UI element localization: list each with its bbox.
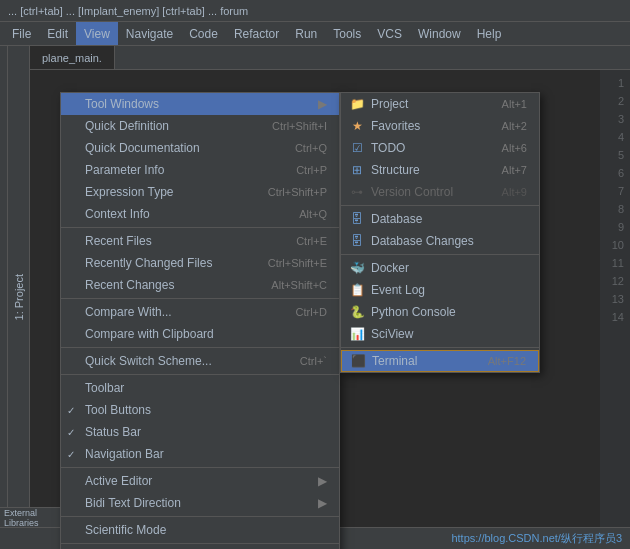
db-changes-icon: 🗄 (349, 234, 365, 248)
submenu-sep-1 (341, 205, 539, 206)
submenu-terminal-shortcut: Alt+F12 (488, 355, 526, 367)
menu-item-quick-switch[interactable]: Quick Switch Scheme... Ctrl+` (61, 350, 339, 372)
title-bar: ... [ctrl+tab] ... [Implant_enemy] [ctrl… (0, 0, 630, 22)
sci-icon: 📊 (349, 327, 365, 341)
submenu-vc-shortcut: Alt+9 (502, 186, 527, 198)
submenu-sep-3 (341, 347, 539, 348)
recently-changed-shortcut: Ctrl+Shift+E (268, 257, 327, 269)
menu-item-recently-changed[interactable]: Recently Changed Files Ctrl+Shift+E (61, 252, 339, 274)
menu-item-recent-changes[interactable]: Recent Changes Alt+Shift+C (61, 274, 339, 296)
submenu-sciview-label: SciView (371, 327, 527, 341)
status-bar-label: Status Bar (85, 425, 327, 439)
menu-item-recent-files[interactable]: Recent Files Ctrl+E (61, 230, 339, 252)
ctx-info-shortcut: Alt+Q (299, 208, 327, 220)
submenu-project[interactable]: 📁 Project Alt+1 (341, 93, 539, 115)
submenu-structure-shortcut: Alt+7 (502, 164, 527, 176)
compare-with-label: Compare With... (85, 305, 276, 319)
menu-item-expr-type[interactable]: Expression Type Ctrl+Shift+P (61, 181, 339, 203)
menu-item-scientific[interactable]: Scientific Mode (61, 519, 339, 541)
recently-changed-label: Recently Changed Files (85, 256, 248, 270)
menu-edit[interactable]: Edit (39, 22, 76, 45)
menu-view[interactable]: View (76, 22, 118, 45)
terminal-icon: ⬛ (350, 354, 366, 368)
view-menu-dropdown[interactable]: Tool Windows ▶ Quick Definition Ctrl+Shi… (60, 92, 340, 549)
menu-item-param-info[interactable]: Parameter Info Ctrl+P (61, 159, 339, 181)
menu-item-quick-doc[interactable]: Quick Documentation Ctrl+Q (61, 137, 339, 159)
menu-help[interactable]: Help (469, 22, 510, 45)
log-icon: 📋 (349, 283, 365, 297)
toolbar-label: Toolbar (85, 381, 327, 395)
submenu-terminal[interactable]: ⬛ Terminal Alt+F12 (341, 350, 539, 372)
submenu-sciview[interactable]: 📊 SciView (341, 323, 539, 345)
menu-vcs[interactable]: VCS (369, 22, 410, 45)
menu-item-ctx-info[interactable]: Context Info Alt+Q (61, 203, 339, 225)
python-icon: 🐍 (349, 305, 365, 319)
menu-item-quick-def[interactable]: Quick Definition Ctrl+Shift+I (61, 115, 339, 137)
quick-switch-label: Quick Switch Scheme... (85, 354, 280, 368)
submenu-event-log-label: Event Log (371, 283, 527, 297)
sep-7 (61, 543, 339, 544)
todo-icon: ☑ (349, 141, 365, 155)
compare-clipboard-label: Compare with Clipboard (85, 327, 327, 341)
submenu-docker[interactable]: 🐳 Docker (341, 257, 539, 279)
menu-refactor[interactable]: Refactor (226, 22, 287, 45)
menu-item-tool-windows[interactable]: Tool Windows ▶ (61, 93, 339, 115)
menu-item-nav-bar[interactable]: ✓ Navigation Bar (61, 443, 339, 465)
active-editor-arrow: ▶ (318, 474, 327, 488)
submenu-todo-label: TODO (371, 141, 482, 155)
menu-item-bidi[interactable]: Bidi Text Direction ▶ (61, 492, 339, 514)
submenu-event-log[interactable]: 📋 Event Log (341, 279, 539, 301)
submenu-favorites-shortcut: Alt+2 (502, 120, 527, 132)
expr-type-shortcut: Ctrl+Shift+P (268, 186, 327, 198)
submenu-todo[interactable]: ☑ TODO Alt+6 (341, 137, 539, 159)
param-info-shortcut: Ctrl+P (296, 164, 327, 176)
expr-type-label: Expression Type (85, 185, 248, 199)
recent-files-shortcut: Ctrl+E (296, 235, 327, 247)
menu-item-toolbar[interactable]: Toolbar (61, 377, 339, 399)
menu-item-status-bar[interactable]: ✓ Status Bar (61, 421, 339, 443)
menu-bar: File Edit View Navigate Code Refactor Ru… (0, 22, 630, 46)
favorites-icon: ★ (349, 119, 365, 133)
bidi-arrow: ▶ (318, 496, 327, 510)
submenu-python-label: Python Console (371, 305, 527, 319)
submenu-project-label: Project (371, 97, 482, 111)
submenu-structure[interactable]: ⊞ Structure Alt+7 (341, 159, 539, 181)
main-area: 1: Project plane_main. 12345678910111213… (0, 46, 630, 549)
vc-icon: ⊶ (349, 185, 365, 199)
db-icon: 🗄 (349, 212, 365, 226)
compare-with-shortcut: Ctrl+D (296, 306, 327, 318)
sep-6 (61, 516, 339, 517)
submenu-terminal-label: Terminal (372, 354, 468, 368)
menu-item-active-editor[interactable]: Active Editor ▶ (61, 470, 339, 492)
submenu-version-control[interactable]: ⊶ Version Control Alt+9 (341, 181, 539, 203)
project-icon: 📁 (349, 97, 365, 111)
sep-5 (61, 467, 339, 468)
menu-item-compare-clipboard[interactable]: Compare with Clipboard (61, 323, 339, 345)
submenu-project-shortcut: Alt+1 (502, 98, 527, 110)
menu-item-compare-with[interactable]: Compare With... Ctrl+D (61, 301, 339, 323)
param-info-label: Parameter Info (85, 163, 276, 177)
nav-bar-label: Navigation Bar (85, 447, 327, 461)
menu-code[interactable]: Code (181, 22, 226, 45)
menu-item-tool-buttons[interactable]: ✓ Tool Buttons (61, 399, 339, 421)
submenu-db-changes-label: Database Changes (371, 234, 527, 248)
docker-icon: 🐳 (349, 261, 365, 275)
menu-run[interactable]: Run (287, 22, 325, 45)
submenu-db-changes[interactable]: 🗄 Database Changes (341, 230, 539, 252)
tool-buttons-check: ✓ (67, 405, 75, 416)
submenu-favorites-label: Favorites (371, 119, 482, 133)
submenu-database[interactable]: 🗄 Database (341, 208, 539, 230)
tool-windows-submenu[interactable]: 📁 Project Alt+1 ★ Favorites Alt+2 ☑ TODO… (340, 92, 540, 373)
submenu-python-console[interactable]: 🐍 Python Console (341, 301, 539, 323)
tool-windows-label: Tool Windows (85, 97, 310, 111)
tool-buttons-label: Tool Buttons (85, 403, 327, 417)
menu-navigate[interactable]: Navigate (118, 22, 181, 45)
submenu-favorites[interactable]: ★ Favorites Alt+2 (341, 115, 539, 137)
menu-window[interactable]: Window (410, 22, 469, 45)
menu-file[interactable]: File (4, 22, 39, 45)
sep-2 (61, 298, 339, 299)
recent-changes-shortcut: Alt+Shift+C (271, 279, 327, 291)
menu-tools[interactable]: Tools (325, 22, 369, 45)
recent-changes-label: Recent Changes (85, 278, 251, 292)
structure-icon: ⊞ (349, 163, 365, 177)
